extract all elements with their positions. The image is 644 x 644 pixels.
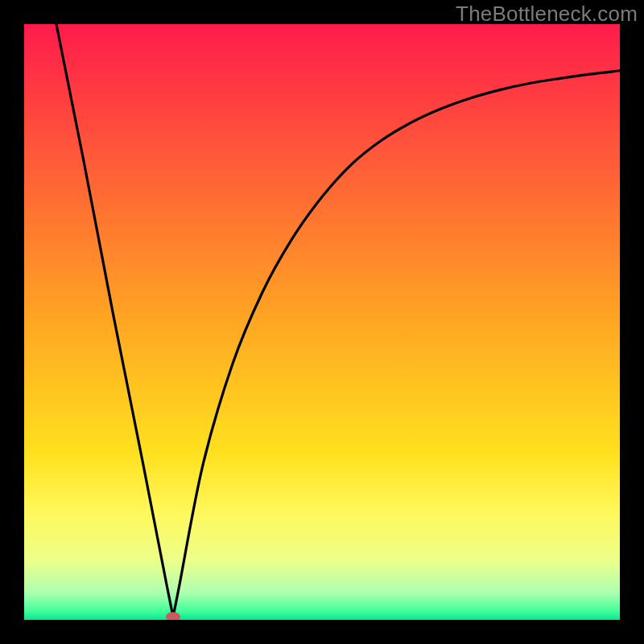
chart-container: { "watermark": "TheBottleneck.com", "cha… bbox=[0, 0, 644, 644]
chart-svg bbox=[0, 0, 644, 644]
watermark-text: TheBottleneck.com bbox=[456, 2, 638, 27]
